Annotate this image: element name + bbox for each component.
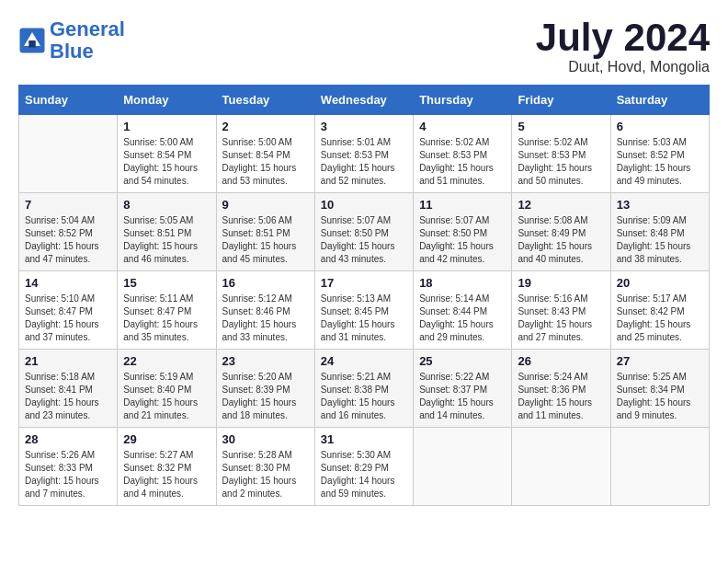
day-info: Sunrise: 5:10 AM Sunset: 8:47 PM Dayligh… [25, 293, 111, 344]
calendar-cell: 20Sunrise: 5:17 AM Sunset: 8:42 PM Dayli… [610, 271, 709, 350]
calendar-cell: 4Sunrise: 5:02 AM Sunset: 8:53 PM Daylig… [414, 115, 512, 193]
logo-icon [18, 27, 46, 54]
calendar-cell: 15Sunrise: 5:11 AM Sunset: 8:47 PM Dayli… [118, 271, 216, 350]
logo: General Blue [18, 18, 125, 63]
calendar-cell: 8Sunrise: 5:05 AM Sunset: 8:51 PM Daylig… [118, 193, 216, 271]
day-number: 17 [321, 276, 407, 290]
calendar-cell: 22Sunrise: 5:19 AM Sunset: 8:40 PM Dayli… [118, 350, 216, 428]
title-block: July 2024 Duut, Hovd, Mongolia [536, 18, 710, 75]
calendar-cell: 6Sunrise: 5:03 AM Sunset: 8:52 PM Daylig… [610, 115, 709, 193]
calendar-cell: 24Sunrise: 5:21 AM Sunset: 8:38 PM Dayli… [314, 350, 413, 428]
day-info: Sunrise: 5:17 AM Sunset: 8:42 PM Dayligh… [617, 293, 703, 344]
day-number: 8 [123, 198, 210, 212]
calendar-cell: 9Sunrise: 5:06 AM Sunset: 8:51 PM Daylig… [216, 193, 314, 271]
day-info: Sunrise: 5:25 AM Sunset: 8:34 PM Dayligh… [617, 371, 703, 422]
calendar-cell: 25Sunrise: 5:22 AM Sunset: 8:37 PM Dayli… [414, 350, 512, 428]
calendar-cell: 2Sunrise: 5:00 AM Sunset: 8:54 PM Daylig… [216, 115, 314, 193]
day-number: 4 [419, 120, 506, 133]
day-number: 20 [617, 276, 703, 290]
calendar-cell: 5Sunrise: 5:02 AM Sunset: 8:53 PM Daylig… [512, 115, 610, 193]
day-number: 19 [518, 276, 604, 290]
calendar-header-row: SundayMondayTuesdayWednesdayThursdayFrid… [19, 86, 710, 115]
day-info: Sunrise: 5:19 AM Sunset: 8:40 PM Dayligh… [123, 371, 210, 422]
day-info: Sunrise: 5:27 AM Sunset: 8:32 PM Dayligh… [123, 449, 210, 500]
day-info: Sunrise: 5:22 AM Sunset: 8:37 PM Dayligh… [419, 371, 506, 422]
calendar-week-row: 7Sunrise: 5:04 AM Sunset: 8:52 PM Daylig… [19, 193, 710, 271]
day-info: Sunrise: 5:14 AM Sunset: 8:44 PM Dayligh… [419, 293, 506, 344]
column-header-wednesday: Wednesday [314, 86, 413, 115]
calendar-cell: 14Sunrise: 5:10 AM Sunset: 8:47 PM Dayli… [19, 271, 118, 350]
column-header-thursday: Thursday [414, 86, 512, 115]
calendar-cell: 7Sunrise: 5:04 AM Sunset: 8:52 PM Daylig… [19, 193, 118, 271]
calendar-cell: 30Sunrise: 5:28 AM Sunset: 8:30 PM Dayli… [216, 428, 314, 506]
day-info: Sunrise: 5:09 AM Sunset: 8:48 PM Dayligh… [617, 214, 703, 266]
day-number: 7 [25, 198, 111, 212]
day-info: Sunrise: 5:05 AM Sunset: 8:51 PM Dayligh… [123, 214, 210, 266]
calendar-cell: 10Sunrise: 5:07 AM Sunset: 8:50 PM Dayli… [314, 193, 413, 271]
calendar-cell: 11Sunrise: 5:07 AM Sunset: 8:50 PM Dayli… [414, 193, 512, 271]
calendar-cell: 29Sunrise: 5:27 AM Sunset: 8:32 PM Dayli… [118, 428, 216, 506]
calendar-cell [610, 428, 709, 506]
day-info: Sunrise: 5:06 AM Sunset: 8:51 PM Dayligh… [222, 214, 309, 266]
day-number: 28 [25, 432, 111, 446]
column-header-saturday: Saturday [610, 86, 709, 115]
calendar-table: SundayMondayTuesdayWednesdayThursdayFrid… [18, 85, 710, 506]
day-number: 13 [617, 198, 703, 212]
day-info: Sunrise: 5:26 AM Sunset: 8:33 PM Dayligh… [25, 449, 111, 500]
calendar-week-row: 21Sunrise: 5:18 AM Sunset: 8:41 PM Dayli… [19, 350, 710, 428]
day-info: Sunrise: 5:00 AM Sunset: 8:54 PM Dayligh… [222, 136, 309, 188]
day-number: 6 [617, 120, 703, 133]
day-info: Sunrise: 5:02 AM Sunset: 8:53 PM Dayligh… [419, 136, 506, 188]
calendar-cell: 3Sunrise: 5:01 AM Sunset: 8:53 PM Daylig… [314, 115, 413, 193]
calendar-week-row: 14Sunrise: 5:10 AM Sunset: 8:47 PM Dayli… [19, 271, 710, 350]
day-info: Sunrise: 5:13 AM Sunset: 8:45 PM Dayligh… [321, 293, 407, 344]
column-header-monday: Monday [118, 86, 216, 115]
day-info: Sunrise: 5:02 AM Sunset: 8:53 PM Dayligh… [518, 136, 604, 188]
day-info: Sunrise: 5:01 AM Sunset: 8:53 PM Dayligh… [321, 136, 407, 188]
calendar-cell: 16Sunrise: 5:12 AM Sunset: 8:46 PM Dayli… [216, 271, 314, 350]
day-number: 30 [222, 432, 309, 446]
calendar-cell: 21Sunrise: 5:18 AM Sunset: 8:41 PM Dayli… [19, 350, 118, 428]
day-info: Sunrise: 5:30 AM Sunset: 8:29 PM Dayligh… [321, 449, 407, 500]
day-number: 29 [123, 432, 210, 446]
day-info: Sunrise: 5:08 AM Sunset: 8:49 PM Dayligh… [518, 214, 604, 266]
day-number: 27 [617, 354, 703, 368]
day-info: Sunrise: 5:07 AM Sunset: 8:50 PM Dayligh… [321, 214, 407, 266]
day-number: 23 [222, 354, 309, 368]
day-info: Sunrise: 5:12 AM Sunset: 8:46 PM Dayligh… [222, 293, 309, 344]
day-info: Sunrise: 5:21 AM Sunset: 8:38 PM Dayligh… [321, 371, 407, 422]
day-number: 11 [419, 198, 506, 212]
calendar-cell: 27Sunrise: 5:25 AM Sunset: 8:34 PM Dayli… [610, 350, 709, 428]
calendar-cell [512, 428, 610, 506]
logo-text: General Blue [50, 18, 125, 63]
day-number: 3 [321, 120, 407, 133]
day-number: 9 [222, 198, 309, 212]
calendar-cell: 31Sunrise: 5:30 AM Sunset: 8:29 PM Dayli… [314, 428, 413, 506]
day-number: 31 [321, 432, 407, 446]
logo-line1: General [50, 17, 125, 40]
day-number: 2 [222, 120, 309, 133]
day-info: Sunrise: 5:03 AM Sunset: 8:52 PM Dayligh… [617, 136, 703, 188]
day-number: 10 [321, 198, 407, 212]
calendar-cell: 12Sunrise: 5:08 AM Sunset: 8:49 PM Dayli… [512, 193, 610, 271]
calendar-cell [19, 115, 118, 193]
day-number: 14 [25, 276, 111, 290]
column-header-tuesday: Tuesday [216, 86, 314, 115]
column-header-sunday: Sunday [19, 86, 118, 115]
day-number: 15 [123, 276, 210, 290]
calendar-week-row: 1Sunrise: 5:00 AM Sunset: 8:54 PM Daylig… [19, 115, 710, 193]
calendar-cell [414, 428, 512, 506]
day-info: Sunrise: 5:11 AM Sunset: 8:47 PM Dayligh… [123, 293, 210, 344]
calendar-week-row: 28Sunrise: 5:26 AM Sunset: 8:33 PM Dayli… [19, 428, 710, 506]
day-info: Sunrise: 5:16 AM Sunset: 8:43 PM Dayligh… [518, 293, 604, 344]
day-info: Sunrise: 5:18 AM Sunset: 8:41 PM Dayligh… [25, 371, 111, 422]
day-number: 22 [123, 354, 210, 368]
day-number: 18 [419, 276, 506, 290]
page-header: General Blue July 2024 Duut, Hovd, Mongo… [18, 18, 710, 75]
calendar-cell: 1Sunrise: 5:00 AM Sunset: 8:54 PM Daylig… [118, 115, 216, 193]
day-number: 25 [419, 354, 506, 368]
day-info: Sunrise: 5:07 AM Sunset: 8:50 PM Dayligh… [419, 214, 506, 266]
day-number: 24 [321, 354, 407, 368]
calendar-cell: 26Sunrise: 5:24 AM Sunset: 8:36 PM Dayli… [512, 350, 610, 428]
calendar-cell: 13Sunrise: 5:09 AM Sunset: 8:48 PM Dayli… [610, 193, 709, 271]
